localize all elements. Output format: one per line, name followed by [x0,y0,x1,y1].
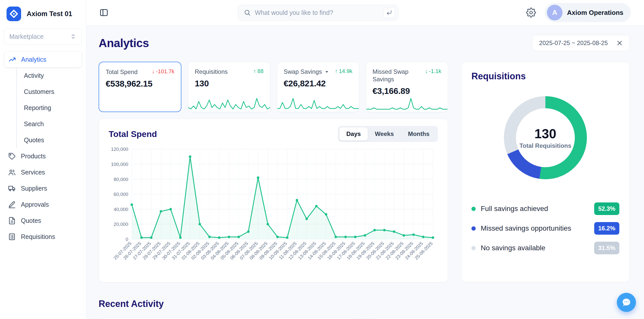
stat-card-requisitions[interactable]: Requisitions↑88130 [188,62,270,112]
sidebar-item-requisitions[interactable]: Requisitions [4,229,82,245]
stat-card-missed-swap-savings[interactable]: Missed Swap Savings↓-1.1k€3,166.89 [366,62,448,112]
svg-text:40,000: 40,000 [114,207,128,212]
page-header: Analytics 2025-07-25 ~ 2025-08-25 [99,35,630,51]
clear-date-range-button[interactable] [616,40,623,46]
recent-activity-row [99,318,630,319]
sidebar-item-label: Activity [24,72,44,79]
requisitions-donut-chart: 130 Total Requisitions [504,96,587,179]
account-menu[interactable]: A Axiom Operations [545,3,631,22]
return-key-icon [386,10,392,16]
collapse-sidebar-button[interactable] [99,8,108,17]
users-icon [8,168,16,176]
settings-button[interactable] [526,8,536,18]
sidebar-item-services[interactable]: Services [4,164,82,180]
page-title: Analytics [99,36,149,50]
svg-text:100,000: 100,000 [111,162,128,167]
legend-label: No savings available [481,244,589,252]
stat-card-total-spend[interactable]: Total Spend↓-101.7k€538,962.15 [99,62,181,112]
app-logo-icon [7,7,21,21]
sidebar: Axiom Test 01 Marketplace AnalyticsActiv… [0,0,86,319]
stat-card-swap-savings[interactable]: Swap Savings↑14.9k€26,821.42 [277,62,359,112]
sidebar-subitem-customers[interactable]: Customers [16,84,82,100]
truck-icon [8,185,16,192]
stat-card-top: Missed Swap Savings↓-1.1k [373,68,441,83]
donut-wrap: 130 Total Requisitions [471,96,619,179]
tab-days[interactable]: Days [339,127,368,140]
recent-activity-card [99,318,358,319]
stat-card-top: Swap Savings↑14.9k [284,68,352,76]
stat-label: Total Spend [106,68,138,76]
stat-label: Requisitions [195,68,228,76]
logo-row: Axiom Test 01 [0,0,86,26]
sidebar-subitem-activity[interactable]: Activity [16,67,82,84]
account-name: Axiom Operations [567,9,623,17]
sidebar-item-approvals[interactable]: Approvals [4,196,82,212]
svg-text:80,000: 80,000 [114,177,128,182]
date-range-value: 2025-07-25 ~ 2025-08-25 [539,40,608,47]
tab-weeks[interactable]: Weeks [368,127,401,140]
total-spend-line-chart: 020,00040,00060,00080,000100,000120,0002… [109,145,438,276]
legend-dot [471,246,476,250]
signature-icon [8,201,16,208]
sidebar-subitem-quotes[interactable]: Quotes [16,132,82,148]
file-icon [8,217,16,225]
legend-dot [471,207,476,211]
sidebar-item-label: Approvals [21,201,49,208]
sidebar-subitem-search[interactable]: Search [16,116,82,132]
return-key-button[interactable] [383,7,395,18]
stat-delta: ↑14.9k [335,68,352,75]
stat-sparkline [277,96,359,112]
app-root: Axiom Test 01 Marketplace AnalyticsActiv… [0,0,644,319]
legend-label: Full savings achieved [481,205,589,213]
sidebar-item-label: Search [24,120,44,128]
stat-label: Missed Swap Savings [373,68,419,83]
arrow-up-icon: ↑ [253,68,256,75]
dashboard-grid: Total Spend↓-101.7k€538,962.15Requisitio… [99,62,630,282]
recent-activity-card [371,318,630,319]
date-range-picker[interactable]: 2025-07-25 ~ 2025-08-25 [532,35,630,51]
sidebar-subitem-reporting[interactable]: Reporting [16,100,82,116]
legend-dot [471,226,476,231]
chart-line-icon [8,56,16,63]
search-icon [244,9,251,16]
arrow-down-icon: ↓ [425,68,428,75]
sidebar-item-suppliers[interactable]: Suppliers [4,180,82,196]
stat-delta: ↑88 [253,68,263,75]
sidebar-item-quotes[interactable]: Quotes [4,212,82,229]
stat-label: Swap Savings [284,68,330,76]
search-input[interactable] [255,9,379,16]
stat-value: €3,166.89 [373,86,441,96]
workspace-select-value: Marketplace [9,33,44,40]
workspace-select[interactable]: Marketplace [4,28,82,45]
stat-delta: ↓-1.1k [425,68,441,75]
sidebar-item-products[interactable]: Products [4,148,82,164]
stat-value: €538,962.15 [106,79,174,89]
legend-label: Missed savings opportunities [481,224,589,232]
arrow-up-icon: ↑ [335,68,338,75]
stat-value: 130 [195,79,263,88]
caret-down-icon[interactable] [324,69,330,75]
sidebar-item-label: Services [21,169,45,176]
tag-icon [8,152,16,160]
legend-item-no-savings-available: No savings available31.5% [471,242,619,254]
sidebar-item-label: Reporting [24,104,51,112]
svg-text:60,000: 60,000 [114,192,128,197]
donut-center-value: 130 [535,126,556,141]
stat-cards-row: Total Spend↓-101.7k€538,962.15Requisitio… [99,62,448,112]
donut-center-label: Total Requisitions [519,142,571,149]
tab-months[interactable]: Months [401,127,436,140]
stat-sparkline [366,96,448,112]
sidebar-item-label: Customers [24,88,54,95]
stat-card-top: Total Spend↓-101.7k [106,68,174,76]
donut-center: 130 Total Requisitions [516,108,575,167]
requisitions-panel: Requisitions 130 Total Requisitions Full… [461,62,630,282]
chart-title: Total Spend [109,129,157,139]
chat-icon [621,297,631,307]
sidebar-item-label: Suppliers [21,185,47,192]
chart-period-tabs: DaysWeeksMonths [338,126,438,142]
gear-icon [526,8,536,18]
sidebar-item-label: Products [21,153,46,160]
svg-text:0: 0 [126,237,128,242]
sidebar-item-analytics[interactable]: Analytics [4,51,82,67]
chat-button[interactable] [617,293,636,312]
